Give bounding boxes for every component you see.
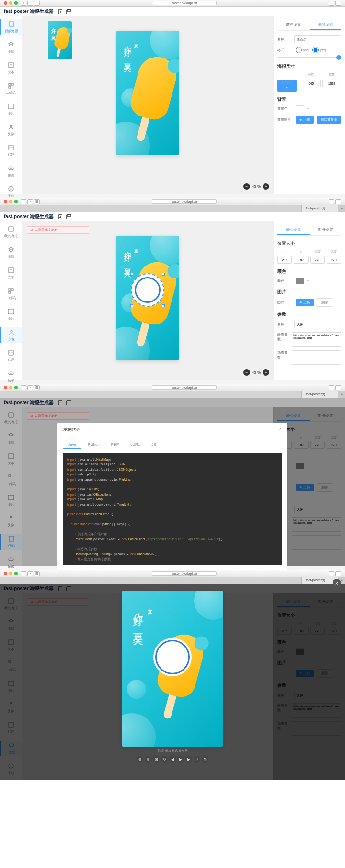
save-icon[interactable] — [66, 9, 71, 14]
sidebar-button[interactable]: ☰ — [34, 1, 40, 6]
poster-sub-text: 立夏 — [133, 40, 138, 42]
upload-bg-button[interactable]: ⊕ 上传 — [296, 116, 314, 124]
zoom-out-button[interactable]: − — [243, 183, 250, 190]
resize-handle[interactable] — [162, 273, 165, 276]
sidebar-item-my[interactable]: 我的海报 — [0, 224, 22, 240]
tab-attr[interactable]: 属性设置 — [277, 225, 310, 235]
sidebar-item-download[interactable]: 下载 — [0, 184, 22, 200]
y-input[interactable] — [294, 256, 308, 264]
save-icon[interactable] — [66, 214, 71, 219]
h-input[interactable] — [327, 256, 341, 264]
zoom-out-button[interactable]: − — [243, 369, 250, 376]
sidebar-item-text[interactable]: 文本 — [0, 266, 22, 281]
bgcolor-swatch[interactable] — [296, 105, 304, 112]
close-preview-button[interactable]: × — [333, 579, 341, 588]
tab-attr[interactable]: 属性设置 — [277, 20, 310, 30]
static-param-input[interactable] — [292, 332, 341, 347]
clear-bg-button[interactable]: 删除背景图 — [317, 116, 341, 124]
tab-java[interactable]: Java — [63, 441, 81, 449]
svg-point-14 — [11, 168, 12, 169]
macos-titlebar: ‹›☰ poster.prodapi.cn — [0, 0, 345, 7]
pv-zoom-in-icon[interactable]: ⊕ — [137, 756, 143, 763]
tab-js[interactable]: JS — [147, 441, 161, 449]
svg-rect-22 — [9, 227, 13, 231]
height-input[interactable] — [302, 80, 321, 87]
modal-close-icon[interactable]: × — [279, 427, 282, 433]
sidebar-item-code[interactable]: 代码 — [0, 143, 22, 159]
pv-fit-icon[interactable]: ⊡ — [153, 756, 160, 763]
sidebar-item-code[interactable]: 代码 — [0, 534, 22, 550]
new-icon[interactable] — [58, 400, 62, 405]
dynamic-param-input[interactable] — [292, 350, 341, 365]
zoom-in-button[interactable]: + — [263, 183, 269, 190]
new-icon[interactable] — [58, 9, 62, 14]
name-input[interactable] — [294, 35, 341, 43]
pv-rotate-icon[interactable]: ↻ — [161, 756, 168, 763]
new-icon[interactable] — [58, 214, 62, 219]
param-name-input[interactable] — [294, 321, 341, 328]
tab-curl[interactable]: cURL — [126, 441, 145, 449]
sidebar-item-preview[interactable]: 预览 — [0, 163, 22, 179]
svg-point-11 — [10, 125, 12, 127]
pv-zoom-out-icon[interactable]: ⊖ — [145, 756, 151, 763]
preset-size-button[interactable]: 常用尺寸 ▾ — [277, 80, 297, 92]
resize-handle[interactable] — [130, 273, 133, 276]
pv-next-icon[interactable]: ▶ — [185, 756, 192, 763]
sidebar-item-text[interactable]: 文本 — [0, 60, 22, 76]
poster-canvas[interactable]: 你好，夏天 立夏 — [116, 31, 179, 155]
url-bar[interactable]: poster.prodapi.cn — [152, 1, 217, 5]
tab-python[interactable]: Python — [83, 441, 104, 449]
resize-handle[interactable] — [162, 304, 165, 307]
sidebar-item-image[interactable]: 图片 — [0, 307, 22, 323]
pv-flip-v-icon[interactable]: ⇅ — [202, 756, 208, 763]
poster-canvas[interactable]: 你好，夏天 立夏 — [116, 236, 179, 360]
w-input[interactable] — [310, 256, 325, 264]
poster-thumbnail[interactable]: 你好，夏天 — [48, 21, 72, 59]
tabs-button[interactable] — [335, 1, 341, 6]
sidebar-item-code[interactable]: 代码 — [0, 348, 22, 364]
new-tab-button[interactable]: + — [338, 205, 345, 212]
sidebar-item-qr[interactable]: 二维码 — [0, 286, 22, 302]
zoom-control: −45 %+ — [243, 183, 269, 190]
svg-point-30 — [9, 372, 13, 375]
sidebar-item-image[interactable]: 图片 — [0, 102, 22, 117]
share-button[interactable] — [329, 1, 334, 6]
back-button[interactable]: ‹ — [21, 1, 26, 6]
tab-poster[interactable]: 海报设置 — [310, 225, 342, 235]
browser-tab[interactable]: fast-poster 海... — [301, 205, 338, 212]
frame-3: ‹›☰ poster.prodapi.cn fast-poster 海...+ … — [0, 384, 345, 570]
pv-flip-h-icon[interactable]: ⇄ — [194, 756, 200, 763]
svg-rect-34 — [58, 401, 62, 405]
avatar-element-selected[interactable] — [131, 273, 164, 307]
x-input[interactable] — [277, 256, 292, 264]
preview-controls: ⊕⊖ ⊡↻ ◀▶ ▶⇄ ⇅ — [137, 756, 208, 763]
sidebar-item-layer[interactable]: 图层 — [0, 245, 22, 261]
sidebar-item-my[interactable]: 我的海报 — [0, 19, 22, 35]
sidebar-item-avatar[interactable]: 头像 — [0, 327, 22, 343]
svg-rect-4 — [68, 10, 70, 12]
sidebar: 我的海报 图层 文本 二维码 图片 头像 代码 预览 下载 帮助 — [0, 221, 22, 380]
resize-handle[interactable] — [130, 304, 133, 307]
zoom-in-button[interactable]: + — [263, 369, 269, 376]
delete-img-button[interactable]: 删除 — [317, 298, 332, 307]
traffic-lights[interactable] — [4, 1, 18, 5]
fwd-button[interactable]: › — [27, 1, 33, 6]
quality-slider[interactable] — [277, 57, 341, 58]
width-input[interactable] — [322, 80, 341, 87]
tab-php[interactable]: PHP — [106, 441, 124, 449]
sidebar-item-layer[interactable]: 图层 — [0, 40, 22, 56]
tab-poster[interactable]: 海报设置 — [310, 20, 342, 30]
save-icon[interactable] — [66, 400, 71, 405]
sidebar-item-avatar[interactable]: 头像 — [0, 122, 22, 138]
code-block[interactable]: import java.util.HashMap; import com.ali… — [63, 453, 282, 565]
pv-play-icon[interactable]: ▶ — [177, 756, 184, 763]
sidebar-item-qr[interactable]: 二维码 — [0, 81, 22, 97]
pv-prev-icon[interactable]: ◀ — [169, 756, 176, 763]
color-swatch[interactable] — [296, 278, 304, 284]
frame-1: ‹›☰ poster.prodapi.cn fast-poster 海报生成器 … — [0, 0, 345, 198]
svg-point-42 — [9, 558, 13, 561]
macos-titlebar: ‹›☰ poster.prodapi.cn — [0, 198, 345, 205]
sidebar-item-preview[interactable]: 预览 — [0, 369, 22, 384]
preview-overlay: 你好，夏天 立夏 宽×高·缩放·格式·操作 等 ⊕⊖ ⊡↻ ◀▶ ▶⇄ ⇅ — [0, 584, 345, 780]
upload-img-button[interactable]: ⊕ 上传 — [296, 299, 314, 306]
